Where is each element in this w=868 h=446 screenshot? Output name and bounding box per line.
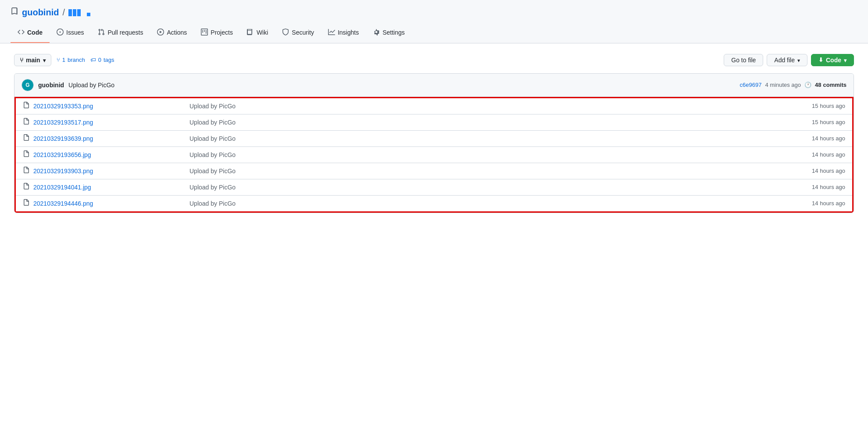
file-commit-message: Upload by PicGo bbox=[182, 168, 775, 175]
file-name-link[interactable]: 20210329193517.png bbox=[33, 119, 182, 126]
tab-pull-requests[interactable]: Pull requests bbox=[91, 23, 150, 43]
branch-count: 1 bbox=[62, 57, 65, 63]
repo-name bbox=[68, 7, 95, 18]
table-row: 20210329194041.jpgUpload by PicGo14 hour… bbox=[16, 179, 852, 196]
tab-pull-requests-icon bbox=[98, 29, 105, 37]
tab-projects[interactable]: Projects bbox=[194, 23, 240, 43]
repo-actions-bar: ⑂ main ⑂ 1 branch 🏷 0 tags Go to file bbox=[14, 54, 854, 66]
commit-user[interactable]: guobinid bbox=[38, 82, 64, 89]
tab-insights-icon bbox=[328, 29, 335, 37]
tab-pull-requests-label: Pull requests bbox=[107, 29, 143, 36]
repo-actions-left: ⑂ main ⑂ 1 branch 🏷 0 tags bbox=[14, 54, 114, 66]
commit-header-left: G guobinid Upload by PicGo bbox=[21, 79, 114, 91]
commits-label: commits bbox=[823, 82, 847, 88]
table-row: 20210329194446.pngUpload by PicGo14 hour… bbox=[16, 196, 852, 211]
tab-issues-icon bbox=[57, 29, 64, 37]
add-file-label: Add file bbox=[774, 57, 795, 64]
file-name-link[interactable]: 20210329193903.png bbox=[33, 168, 182, 175]
tab-code[interactable]: Code bbox=[11, 23, 50, 43]
tab-insights[interactable]: Insights bbox=[321, 23, 366, 43]
svg-rect-4 bbox=[77, 9, 81, 13]
branch-label-text: branch bbox=[68, 57, 85, 63]
svg-rect-3 bbox=[73, 13, 76, 16]
commit-hash-link[interactable]: c6e9697 bbox=[740, 82, 762, 88]
repo-header: guobinid / CodeIssuesPull requestsAction… bbox=[0, 0, 868, 43]
tab-settings[interactable]: Settings bbox=[366, 23, 412, 43]
tab-code-label: Code bbox=[27, 29, 43, 36]
svg-rect-2 bbox=[73, 9, 76, 13]
tab-settings-icon bbox=[373, 29, 380, 37]
file-time: 14 hours ago bbox=[775, 151, 845, 158]
repo-owner-link[interactable]: guobinid bbox=[22, 7, 59, 18]
commit-message: Upload by PicGo bbox=[68, 82, 114, 89]
commit-time: 4 minutes ago bbox=[765, 82, 801, 88]
commit-avatar: G bbox=[21, 79, 34, 91]
file-name-link[interactable]: 20210329194446.png bbox=[33, 200, 182, 207]
file-commit-message: Upload by PicGo bbox=[182, 103, 775, 110]
commits-count-link[interactable]: 48 commits bbox=[815, 82, 847, 88]
file-time: 15 hours ago bbox=[775, 103, 845, 109]
file-icon bbox=[23, 167, 30, 175]
repo-icon bbox=[11, 7, 18, 18]
code-button[interactable]: ⬇ Code bbox=[811, 54, 854, 66]
tag-icon: 🏷 bbox=[90, 57, 96, 63]
tag-count: 0 bbox=[98, 57, 101, 63]
add-file-chevron-icon bbox=[797, 57, 800, 64]
file-commit-message: Upload by PicGo bbox=[182, 200, 775, 207]
commits-count: 48 bbox=[815, 82, 821, 88]
table-row: 20210329193903.pngUpload by PicGo14 hour… bbox=[16, 163, 852, 179]
file-time: 15 hours ago bbox=[775, 119, 845, 125]
tab-issues[interactable]: Issues bbox=[50, 23, 91, 43]
file-icon bbox=[23, 118, 30, 127]
svg-rect-1 bbox=[68, 13, 72, 16]
file-time: 14 hours ago bbox=[775, 168, 845, 174]
tab-wiki-icon bbox=[247, 29, 254, 37]
table-row: 20210329193656.jpgUpload by PicGo14 hour… bbox=[16, 147, 852, 163]
tab-insights-label: Insights bbox=[338, 29, 359, 36]
tab-projects-label: Projects bbox=[211, 29, 233, 36]
file-icon bbox=[23, 199, 30, 208]
repo-title: guobinid / bbox=[11, 7, 857, 23]
tab-wiki[interactable]: Wiki bbox=[240, 23, 275, 43]
file-time: 14 hours ago bbox=[775, 200, 845, 207]
file-name-link[interactable]: 20210329193639.png bbox=[33, 135, 182, 142]
file-name-link[interactable]: 20210329193656.jpg bbox=[33, 151, 182, 158]
commit-header-right: c6e9697 4 minutes ago 🕐 48 commits bbox=[740, 82, 847, 88]
branch-name: main bbox=[26, 57, 40, 64]
tab-actions[interactable]: Actions bbox=[150, 23, 194, 43]
branches-link[interactable]: ⑂ 1 branch bbox=[57, 57, 85, 63]
content-area: ⑂ main ⑂ 1 branch 🏷 0 tags Go to file bbox=[0, 43, 868, 224]
file-commit-message: Upload by PicGo bbox=[182, 151, 775, 158]
file-name-link[interactable]: 20210329194041.jpg bbox=[33, 184, 182, 191]
tags-link[interactable]: 🏷 0 tags bbox=[90, 57, 114, 63]
tab-actions-icon bbox=[157, 29, 164, 37]
file-icon bbox=[23, 150, 30, 159]
tab-security-label: Security bbox=[292, 29, 314, 36]
file-table: G guobinid Upload by PicGo c6e9697 4 min… bbox=[14, 73, 854, 213]
history-icon: 🕐 bbox=[804, 82, 811, 88]
file-commit-message: Upload by PicGo bbox=[182, 119, 775, 126]
tab-security[interactable]: Security bbox=[275, 23, 321, 43]
repo-actions-right: Go to file Add file ⬇ Code bbox=[724, 54, 854, 66]
avatar-initials: G bbox=[25, 82, 29, 88]
chevron-down-icon bbox=[43, 57, 46, 64]
file-name-link[interactable]: 20210329193353.png bbox=[33, 103, 182, 110]
tab-actions-label: Actions bbox=[167, 29, 187, 36]
branch-icon: ⑂ bbox=[20, 57, 23, 64]
table-row: 20210329193517.pngUpload by PicGo15 hour… bbox=[16, 114, 852, 131]
branch-selector-button[interactable]: ⑂ main bbox=[14, 54, 51, 66]
svg-rect-0 bbox=[68, 9, 72, 13]
goto-file-button[interactable]: Go to file bbox=[724, 54, 763, 66]
add-file-button[interactable]: Add file bbox=[767, 54, 807, 66]
tab-issues-label: Issues bbox=[66, 29, 84, 36]
file-commit-message: Upload by PicGo bbox=[182, 135, 775, 142]
file-time: 14 hours ago bbox=[775, 135, 845, 142]
tab-security-icon bbox=[282, 29, 289, 37]
page-wrapper: guobinid / CodeIssuesPull requestsAction… bbox=[0, 0, 868, 446]
file-icon bbox=[23, 183, 30, 192]
file-icon bbox=[23, 102, 30, 111]
tag-label-text: tags bbox=[104, 57, 114, 63]
code-chevron-icon bbox=[844, 57, 847, 64]
repo-nav: CodeIssuesPull requestsActionsProjectsWi… bbox=[11, 23, 857, 43]
goto-file-label: Go to file bbox=[731, 57, 756, 64]
